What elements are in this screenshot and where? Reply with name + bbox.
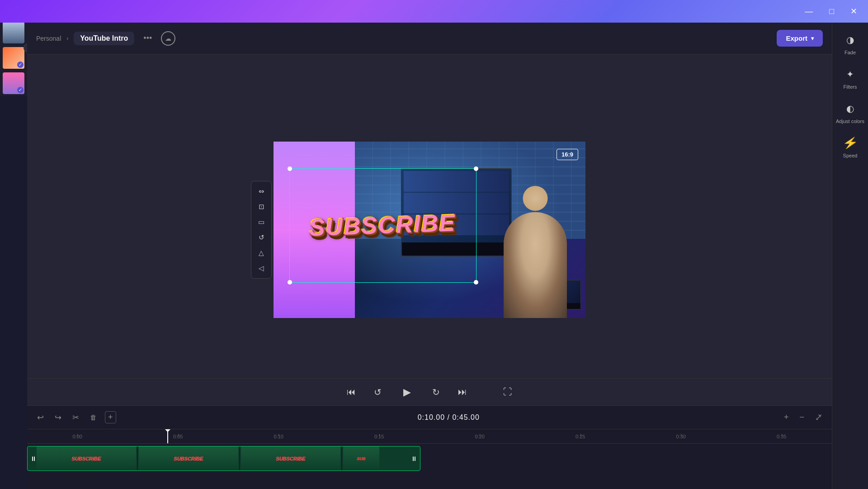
ruler-mark-5: 0:25 [530, 434, 631, 439]
play-pause-button[interactable]: ▶ [397, 382, 417, 402]
timeline-tracks: ⏸ SUBSCRIBE SUBSCRIBE SUBSCRIBE SUB [27, 444, 832, 489]
header-bar: Personal › YouTube Intro ••• ☁ Export ▾ [27, 23, 832, 54]
fade-label: Fade [844, 50, 856, 55]
rotate-tool-button[interactable]: ↺ [254, 230, 269, 245]
forward-5s-button[interactable]: ↻ [429, 384, 443, 400]
selection-handle-tr[interactable] [474, 166, 478, 171]
export-label: Export [786, 34, 807, 42]
export-chevron-icon: ▾ [811, 35, 814, 42]
track-pause-button[interactable]: ⏸ [30, 455, 37, 462]
ruler-mark-2: 0:10 [228, 434, 329, 439]
clip-subscribe-text-3: SUBSCRIBE [276, 456, 306, 461]
crop-tool-button[interactable]: ⊡ [254, 199, 269, 214]
zoom-out-button[interactable]: − [797, 411, 807, 424]
track-end-marker[interactable]: ⏸ [411, 455, 417, 462]
speed-icon: ⚡ [840, 135, 860, 151]
clip-subscribe-text-1: SUBSCRIBE [72, 456, 101, 461]
preview-area: ⇔ ⊡ ▭ ↺ △ ◁ [27, 54, 832, 405]
delete-button[interactable]: 🗑 [87, 412, 99, 423]
skip-to-end-button[interactable]: ⏭ [455, 384, 470, 400]
video-track-clip[interactable]: ⏸ SUBSCRIBE SUBSCRIBE SUBSCRIBE SUB [27, 446, 420, 471]
media-thumbnail-1[interactable] [3, 22, 24, 43]
person-body [504, 212, 567, 318]
media-thumbnail-2[interactable] [3, 47, 24, 69]
flip-tool-button[interactable]: △ [254, 246, 269, 260]
cloud-sync-button[interactable]: ☁ [161, 31, 175, 46]
add-media-button[interactable]: + [105, 411, 116, 423]
close-button[interactable]: ✕ [847, 5, 861, 17]
fullscreen-button[interactable]: ⛶ [500, 384, 515, 400]
person-head [523, 186, 548, 211]
cut-button[interactable]: ✂ [70, 411, 82, 424]
skip-to-start-button[interactable]: ⏮ [344, 384, 359, 400]
maximize-button[interactable]: □ [826, 5, 838, 17]
export-button[interactable]: Export ▾ [777, 30, 823, 47]
subscribe-text-element[interactable]: ✛ SUBSCRIBE [289, 168, 476, 283]
selection-handle-bl[interactable] [288, 280, 292, 285]
media-thumbnail-3[interactable] [3, 72, 24, 94]
adjust-colors-icon: ◐ [842, 100, 858, 117]
clip-segment-2[interactable]: SUBSCRIBE [139, 446, 238, 470]
clip-segment-3[interactable]: SUBSCRIBE [241, 446, 340, 470]
timeline-area: ⌄ ↩ ↪ ✂ 🗑 + 0:10.00 / 0:45.00 + − ⤢ 0:00… [27, 405, 832, 489]
tool-fade[interactable]: ◑ Fade [842, 32, 859, 55]
add-media-icon: + [108, 413, 113, 422]
tool-filters[interactable]: ✦ Filters [842, 66, 859, 90]
playhead-handle[interactable] [165, 429, 170, 432]
clip-segment-4[interactable]: SUB [343, 446, 379, 470]
resize-tool-button[interactable]: ⇔ [254, 184, 269, 199]
more-options-button[interactable]: ••• [140, 32, 156, 45]
ruler-mark-1: 0:05 [128, 434, 229, 439]
timeline-playhead[interactable] [167, 429, 168, 443]
title-bar: — □ ✕ [0, 0, 868, 23]
selection-handle-tl[interactable] [288, 166, 292, 171]
breadcrumb-separator: › [66, 35, 68, 42]
tool-adjust-colors[interactable]: ◐ Adjust colors [836, 100, 864, 124]
redo-button[interactable]: ↪ [52, 411, 64, 424]
minimize-button[interactable]: — [801, 5, 816, 17]
filters-icon: ✦ [842, 66, 859, 82]
edit-tools-panel: ⇔ ⊡ ▭ ↺ △ ◁ [251, 181, 272, 279]
video-track-row: ⏸ SUBSCRIBE SUBSCRIBE SUBSCRIBE SUB [27, 444, 832, 473]
video-preview-canvas[interactable]: ✛ SUBSCRIBE 16:9 [274, 142, 585, 318]
time-separator: / [448, 413, 453, 421]
aspect-ratio-badge[interactable]: 16:9 [557, 149, 578, 160]
subscribe-text-label: SUBSCRIBE [309, 209, 456, 242]
timeline-ruler: 0:00 0:05 0:10 0:15 0:20 0:25 0:30 0:35 [27, 429, 832, 444]
ruler-marks: 0:00 0:05 0:10 0:15 0:20 0:25 0:30 0:35 [27, 434, 832, 439]
project-name[interactable]: YouTube Intro [74, 32, 134, 45]
ruler-mark-7: 0:35 [731, 434, 832, 439]
ruler-mark-4: 0:20 [429, 434, 530, 439]
person-silhouette [504, 186, 567, 318]
ruler-mark-0: 0:00 [27, 434, 128, 439]
chevron-down-icon: ⌄ [817, 410, 823, 418]
right-tools-panel: ◑ Fade ✦ Filters ◐ Adjust colors ⚡ Speed [832, 23, 868, 489]
breadcrumb-personal[interactable]: Personal [36, 35, 61, 42]
rewind-5s-button[interactable]: ↺ [371, 384, 384, 400]
playback-controls-bar: ⏮ ↺ ▶ ↻ ⏭ ⛶ [27, 378, 832, 405]
undo-button[interactable]: ↩ [34, 411, 47, 424]
clip-subscribe-text-2: SUBSCRIBE [174, 456, 203, 461]
current-time: 0:10.00 [418, 413, 445, 421]
screen-tool-button[interactable]: ▭ [254, 215, 269, 229]
clip-segment-1[interactable]: SUBSCRIBE [37, 446, 136, 470]
ruler-mark-6: 0:30 [631, 434, 731, 439]
fade-icon: ◑ [842, 32, 859, 48]
selection-handle-br[interactable] [474, 280, 478, 285]
adjust-colors-label: Adjust colors [836, 119, 864, 124]
clip-subscribe-text-4: SUB [357, 456, 365, 461]
timeline-collapse-button[interactable]: ⌄ [808, 406, 832, 422]
total-time: 0:45.00 [452, 413, 479, 421]
mirror-tool-button[interactable]: ◁ [254, 261, 269, 275]
time-display: 0:10.00 / 0:45.00 [122, 413, 776, 422]
timeline-toolbar: ↩ ↪ ✂ 🗑 + 0:10.00 / 0:45.00 + − ⤢ [27, 406, 832, 429]
tool-speed[interactable]: ⚡ Speed [842, 135, 859, 158]
speed-label: Speed [843, 153, 858, 158]
filters-label: Filters [844, 84, 857, 90]
zoom-in-button[interactable]: + [781, 411, 792, 424]
ruler-mark-3: 0:15 [329, 434, 430, 439]
